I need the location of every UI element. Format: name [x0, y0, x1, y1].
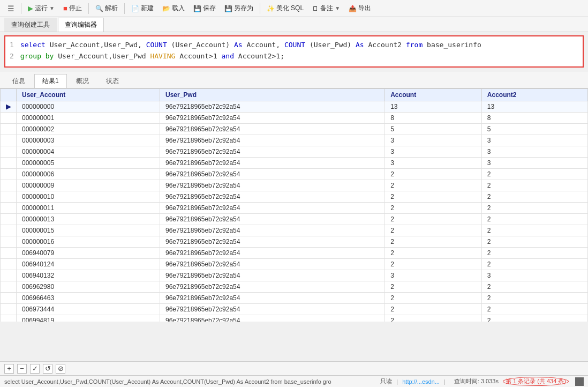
backup-dropdown-icon: ▼ [335, 5, 340, 11]
table-row[interactable]: 006994819 96e79218965eb72c92a54 2 2 [1, 315, 588, 322]
cell-user-pwd: 96e79218965eb72c92a54 [160, 225, 385, 236]
row-arrow-cell [1, 214, 17, 225]
table-row[interactable]: 000000016 96e79218965eb72c92a54 2 2 [1, 236, 588, 248]
table-row[interactable]: ▶ 000000000 96e79218965eb72c92a54 13 13 [1, 101, 588, 113]
explain-button[interactable]: 🔍 解析 [92, 3, 121, 14]
col-header-arrow [1, 89, 17, 101]
table-row[interactable]: 000000011 96e79218965eb72c92a54 2 2 [1, 203, 588, 214]
save-button[interactable]: 💾 保存 [190, 3, 219, 14]
col-header-user-account[interactable]: User_Account [17, 89, 160, 101]
table-row[interactable]: 006940124 96e79218965eb72c92a54 2 2 [1, 259, 588, 270]
col-header-account2[interactable]: Account2 [481, 89, 587, 101]
table-row[interactable]: 000000005 96e79218965eb72c92a54 3 3 [1, 158, 588, 169]
table-row[interactable]: 000000002 96e79218965eb72c92a54 5 5 [1, 124, 588, 135]
toolbar: ☰ ▶ 运行 ▼ ■ 停止 🔍 解析 📄 新建 📂 载入 💾 保存 💾 另存为 … [0, 0, 588, 17]
separator4 [260, 3, 260, 14]
load-button[interactable]: 📂 载入 [159, 3, 188, 14]
cell-user-account: 000000009 [17, 180, 160, 191]
cell-account2: 2 [481, 203, 587, 214]
cell-user-account: 000000003 [17, 135, 160, 146]
stop-button[interactable]: ■ 停止 [60, 3, 85, 14]
tab-query-editor[interactable]: 查询编辑器 [58, 18, 104, 32]
table-row[interactable]: 006940132 96e79218965eb72c92a54 3 3 [1, 270, 588, 281]
cell-user-account: 006940132 [17, 270, 160, 281]
delete-row-button[interactable]: − [17, 364, 27, 374]
table-row[interactable]: 000000001 96e79218965eb72c92a54 8 8 [1, 113, 588, 124]
cell-account2: 3 [481, 135, 587, 146]
cell-user-account: 006940079 [17, 248, 160, 259]
menu-button[interactable]: ☰ [4, 3, 18, 14]
cell-user-account: 006973444 [17, 304, 160, 315]
cell-user-account: 000000010 [17, 191, 160, 203]
grid-view-icon[interactable] [575, 377, 584, 386]
save-as-label: 另存为 [234, 4, 253, 13]
cell-account2: 2 [481, 315, 587, 322]
cell-user-account: 006966463 [17, 293, 160, 304]
add-row-button[interactable]: + [4, 364, 14, 374]
cell-user-pwd: 96e79218965eb72c92a54 [160, 135, 385, 146]
beautify-icon: ✨ [267, 5, 275, 12]
cell-account: 5 [385, 124, 482, 135]
beautify-button[interactable]: ✨ 美化 SQL [263, 3, 307, 14]
table-row[interactable]: 006973444 96e79218965eb72c92a54 2 2 [1, 304, 588, 315]
row-arrow-cell [1, 293, 17, 304]
status-query-time: 查询时间: 3.033s [454, 377, 499, 385]
new-icon: 📄 [131, 5, 139, 12]
tab-info[interactable]: 信息 [4, 74, 33, 88]
cell-user-pwd: 96e79218965eb72c92a54 [160, 180, 385, 191]
cell-account: 2 [385, 259, 482, 270]
cell-account: 2 [385, 169, 482, 180]
save-as-button[interactable]: 💾 另存为 [221, 3, 257, 14]
table-row[interactable]: 006940079 96e79218965eb72c92a54 2 2 [1, 248, 588, 259]
cell-account2: 2 [481, 236, 587, 248]
confirm-button[interactable]: ✓ [30, 364, 40, 374]
table-row[interactable]: 000000006 96e79218965eb72c92a54 2 2 [1, 169, 588, 180]
tab-status[interactable]: 状态 [98, 74, 127, 88]
col-header-account[interactable]: Account [385, 89, 482, 101]
bottom-action-bar: + − ✓ ↺ ⊘ [0, 361, 588, 375]
table-row[interactable]: 000000010 96e79218965eb72c92a54 2 2 [1, 191, 588, 203]
cell-account: 2 [385, 315, 482, 322]
row-arrow-cell [1, 146, 17, 158]
table-row[interactable]: 000000004 96e79218965eb72c92a54 3 3 [1, 146, 588, 158]
cell-user-account: 006994819 [17, 315, 160, 322]
table-row[interactable]: 006962980 96e79218965eb72c92a54 2 2 [1, 281, 588, 293]
cell-user-account: 000000004 [17, 146, 160, 158]
cell-user-account: 000000015 [17, 225, 160, 236]
row-arrow-cell [1, 169, 17, 180]
table-row[interactable]: 006966463 96e79218965eb72c92a54 2 2 [1, 293, 588, 304]
save-icon: 💾 [193, 5, 201, 12]
backup-button[interactable]: 🗒 备注 ▼ [309, 3, 343, 14]
table-row[interactable]: 000000009 96e79218965eb72c92a54 2 2 [1, 180, 588, 191]
status-link[interactable]: http://...esdn... [402, 378, 440, 385]
cell-user-pwd: 96e79218965eb72c92a54 [160, 281, 385, 293]
cell-user-pwd: 96e79218965eb72c92a54 [160, 124, 385, 135]
cell-user-account: 000000011 [17, 203, 160, 214]
col-header-user-pwd[interactable]: User_Pwd [160, 89, 385, 101]
table-row[interactable]: 000000003 96e79218965eb72c92a54 3 3 [1, 135, 588, 146]
cell-account2: 13 [481, 101, 587, 113]
table-row[interactable]: 000000015 96e79218965eb72c92a54 2 2 [1, 225, 588, 236]
refresh-button[interactable]: ↺ [43, 364, 52, 374]
row-arrow-cell: ▶ [1, 101, 17, 113]
editor-line-1: 1 select User_Account,User_Pwd, COUNT (U… [10, 40, 578, 51]
cell-user-pwd: 96e79218965eb72c92a54 [160, 101, 385, 113]
row-arrow-cell [1, 191, 17, 203]
cell-account2: 2 [481, 214, 587, 225]
tab-result1[interactable]: 结果1 [34, 74, 67, 88]
row-arrow-cell [1, 259, 17, 270]
run-button[interactable]: ▶ 运行 ▼ [25, 3, 58, 14]
cell-account: 3 [385, 270, 482, 281]
cancel-button[interactable]: ⊘ [56, 364, 65, 374]
separator-dot: | [396, 378, 398, 385]
sql-line-1: select User_Account,User_Pwd, COUNT (Use… [20, 40, 481, 51]
tab-create-tool[interactable]: 查询创建工具 [4, 18, 57, 32]
new-button[interactable]: 📄 新建 [128, 3, 157, 14]
sql-editor[interactable]: 1 select User_Account,User_Pwd, COUNT (U… [4, 35, 584, 68]
table-row[interactable]: 000000013 96e79218965eb72c92a54 2 2 [1, 214, 588, 225]
row-arrow-cell [1, 248, 17, 259]
cell-account2: 2 [481, 259, 587, 270]
cell-user-pwd: 96e79218965eb72c92a54 [160, 203, 385, 214]
export-button[interactable]: 📤 导出 [345, 3, 374, 14]
tab-overview[interactable]: 概况 [68, 74, 97, 88]
